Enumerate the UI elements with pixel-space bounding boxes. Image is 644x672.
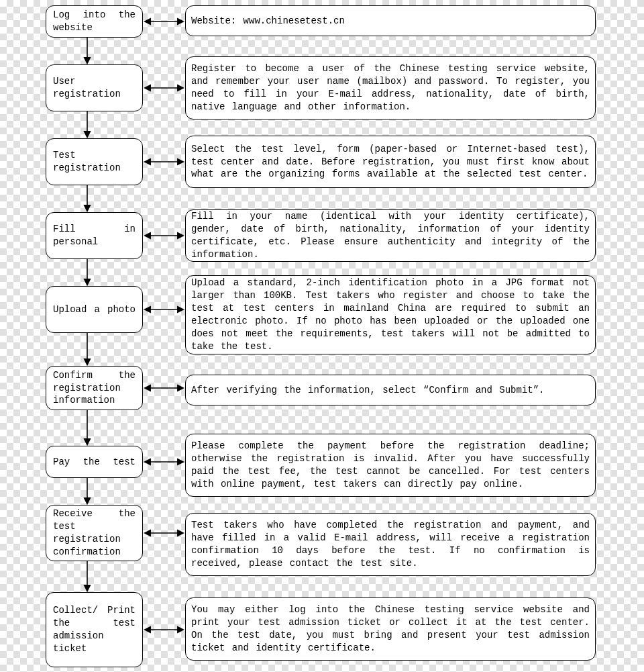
step-box-7: Receive the test registration confirmati…: [46, 505, 143, 561]
desc-text: Test takers who have completed the regis…: [191, 519, 590, 570]
step-label: Log into the website: [53, 9, 136, 34]
step-label: Collect/ Print the test admission ticket: [53, 604, 136, 655]
desc-box-0: Website: www.chinesetest.cn: [185, 5, 596, 36]
flowchart-canvas: Log into the website User registration T…: [0, 0, 644, 672]
desc-box-5: After verifying the information, select …: [185, 375, 596, 405]
desc-text: You may either log into the Chinese test…: [191, 604, 590, 655]
step-label: Fill in personal: [53, 223, 136, 248]
desc-box-4: Upload a standard, 2-inch identification…: [185, 275, 596, 354]
step-label: User registration: [53, 75, 136, 101]
step-label: Confirm the registration information: [53, 369, 136, 407]
desc-text: Website: www.chinesetest.cn: [191, 15, 345, 28]
desc-box-6: Please complete the payment before the r…: [185, 434, 596, 497]
step-box-3: Fill in personal: [46, 212, 143, 259]
step-box-4: Upload a photo: [46, 286, 143, 333]
step-box-1: User registration: [46, 64, 143, 111]
step-box-5: Confirm the registration information: [46, 366, 143, 410]
desc-text: Select the test level, form (paper-based…: [191, 143, 590, 181]
step-label: Upload a photo: [53, 303, 136, 316]
desc-text: Please complete the payment before the r…: [191, 440, 590, 491]
desc-box-1: Register to become a user of the Chinese…: [185, 56, 596, 119]
step-label: Test registration: [53, 149, 136, 175]
step-label: Pay the test: [53, 456, 136, 469]
step-label: Receive the test registration confirmati…: [53, 508, 136, 559]
desc-text: Upload a standard, 2-inch identification…: [191, 277, 590, 352]
desc-text: After verifying the information, select …: [191, 384, 544, 397]
step-box-6: Pay the test: [46, 446, 143, 478]
desc-box-3: Fill in your name (identical with your i…: [185, 209, 596, 262]
desc-text: Fill in your name (identical with your i…: [191, 210, 590, 261]
step-box-0: Log into the website: [46, 5, 143, 38]
desc-box-2: Select the test level, form (paper-based…: [185, 136, 596, 188]
step-box-2: Test registration: [46, 138, 143, 185]
step-box-8: Collect/ Print the test admission ticket: [46, 592, 143, 667]
desc-text: Register to become a user of the Chinese…: [191, 62, 590, 113]
desc-box-8: You may either log into the Chinese test…: [185, 597, 596, 661]
desc-box-7: Test takers who have completed the regis…: [185, 513, 596, 576]
